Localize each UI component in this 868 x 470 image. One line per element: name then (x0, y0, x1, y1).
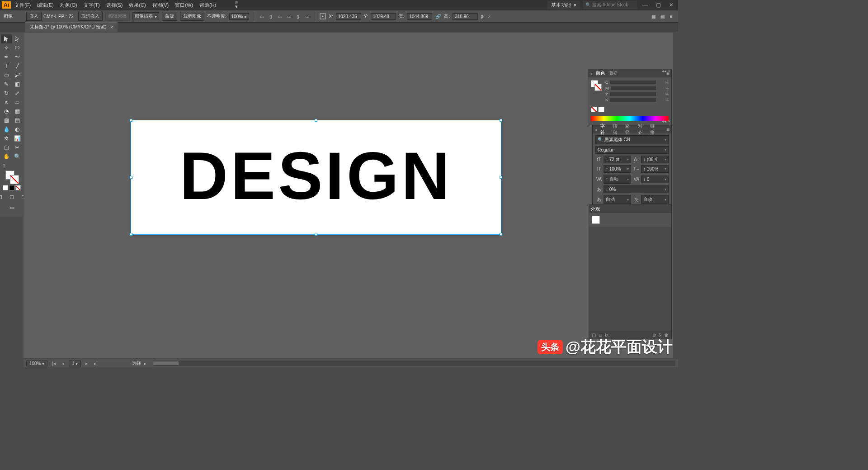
hscale-input[interactable]: ↕ 100%▾ (641, 165, 669, 173)
embed-button[interactable]: 嵌入 (26, 12, 42, 21)
next-artboard-icon[interactable]: ▸ (84, 361, 90, 366)
menu-type[interactable]: 文字(T) (81, 1, 103, 9)
none-mode-swatch[interactable] (15, 185, 21, 190)
menu-file[interactable]: 文件(F) (12, 1, 33, 9)
design-text-object[interactable]: DESIGN (179, 138, 452, 214)
sel-handle-w[interactable] (130, 176, 132, 179)
sel-handle-s[interactable] (315, 233, 317, 236)
draw-behind-icon[interactable]: ◻ (6, 192, 17, 201)
artboard-number-input[interactable]: 1 ▾ (69, 361, 81, 366)
tsume-input[interactable]: 自动▾ (604, 195, 631, 204)
unembed-button[interactable]: 取消嵌入 (78, 12, 103, 21)
paragraph-tab[interactable]: 段落 (613, 123, 622, 136)
graph-tool[interactable]: 📊 (12, 134, 23, 143)
font-size-input[interactable]: ↕ 72 pt▾ (604, 156, 631, 163)
document-tab[interactable]: 未标题-1* @ 100% (CMYK/GPU 预览) × (25, 22, 118, 32)
perspective-tool[interactable]: ▦ (12, 107, 23, 116)
char-close-icon[interactable]: × (668, 119, 670, 123)
appearance-tab[interactable]: 外观 (591, 206, 600, 212)
artboard-tool[interactable]: ▢ (1, 143, 12, 152)
image-trace-dropdown[interactable]: 图像描摹▾ (132, 12, 159, 20)
crop-button[interactable]: 裁剪图像 (180, 12, 204, 21)
width-tool[interactable]: ⎋ (1, 98, 12, 107)
magenta-slider[interactable]: M% (605, 86, 669, 90)
transform-ref-icon[interactable] (320, 13, 326, 19)
none-swatch[interactable] (591, 107, 597, 112)
align-top-icon[interactable]: ▭ (286, 13, 292, 19)
screen-mode-icon[interactable]: ▭ (6, 203, 17, 212)
window-close-icon[interactable]: ✕ (666, 2, 676, 8)
symbol-sprayer-tool[interactable]: ✲ (1, 134, 12, 143)
panel-menu-icon[interactable]: ≡ (668, 13, 675, 19)
first-artboard-icon[interactable]: |◂ (50, 361, 57, 366)
character-tab[interactable]: 字符 (600, 123, 609, 136)
prev-artboard-icon[interactable]: ◂ (60, 361, 66, 366)
lock-aspect-icon[interactable]: 🔗 (435, 13, 441, 19)
pen-tool[interactable]: ✒ (1, 52, 12, 62)
selection-tool[interactable] (1, 34, 12, 43)
font-family-dropdown[interactable]: 🔍 思源黑体 CN▾ (595, 135, 669, 144)
align-left-icon[interactable]: ▭ (259, 13, 265, 19)
panel-collapse-icon[interactable]: ◂◂ (662, 69, 666, 73)
links-tab[interactable]: 链接 (650, 123, 659, 136)
pencil-tool[interactable]: ✎ (1, 80, 12, 89)
workspace-dropdown[interactable]: 基本功能▾ (547, 1, 580, 9)
tracking-input[interactable]: ↕ 0▾ (641, 176, 669, 183)
char-collapse-icon[interactable]: ◂◂ (662, 119, 666, 123)
zoom-dropdown[interactable]: 100% ▾ (26, 361, 47, 366)
sel-handle-sw[interactable] (130, 233, 132, 236)
gradient-tab[interactable]: 渐变 (609, 70, 618, 76)
menu-view[interactable]: 视图(V) (150, 1, 172, 9)
aki-input[interactable]: 自动▾ (641, 195, 669, 204)
sel-handle-ne[interactable] (500, 119, 502, 122)
direct-selection-tool[interactable] (12, 34, 23, 43)
menu-window[interactable]: 窗口(W) (172, 1, 196, 9)
stock-icon[interactable]: St (226, 4, 231, 6)
char-panel-menu-icon[interactable]: ≡ (666, 126, 670, 133)
canvas-area[interactable]: DESIGN (24, 33, 673, 358)
stock-search[interactable]: 🔍 搜索 Adobe Stock (583, 1, 637, 9)
window-minimize-icon[interactable]: — (640, 2, 651, 8)
color-stroke-swatch[interactable] (594, 84, 602, 91)
cyan-slider[interactable]: C% (605, 80, 669, 85)
w-input[interactable] (407, 13, 432, 20)
hand-tool[interactable]: ✋ (1, 152, 12, 161)
panel-close-icon[interactable]: × (668, 69, 670, 73)
spectrum-picker[interactable] (591, 116, 669, 121)
vscale-input[interactable]: ↕ 100%▾ (604, 165, 631, 173)
leading-input[interactable]: ↕ (86.4▾ (641, 156, 669, 163)
align-tab[interactable]: 对齐 (638, 123, 647, 136)
magic-wand-tool[interactable]: ✧ (1, 43, 12, 52)
y-input[interactable] (371, 13, 396, 20)
zoom-tool[interactable]: 🔍 (12, 152, 23, 161)
color-tab[interactable]: 颜色 (596, 70, 605, 76)
sel-handle-e[interactable] (500, 176, 502, 179)
font-style-dropdown[interactable]: Regular▾ (595, 146, 669, 154)
free-transform-tool[interactable]: ▱ (12, 98, 23, 107)
line-tool[interactable]: ╱ (12, 62, 23, 71)
window-maximize-icon[interactable]: ▢ (653, 2, 664, 8)
shape-builder-tool[interactable]: ◔ (1, 107, 12, 116)
menu-edit[interactable]: 编辑(E) (34, 1, 57, 9)
paintbrush-tool[interactable]: 🖌 (12, 71, 23, 80)
gradient-tool[interactable]: ▤ (12, 116, 23, 125)
stroke-swatch[interactable] (10, 175, 19, 184)
opacity-input[interactable]: 100%▸ (229, 13, 250, 20)
arrange-docs-icon[interactable]: ▾ (232, 0, 241, 10)
appearance-list[interactable] (589, 227, 671, 331)
lasso-tool[interactable] (12, 43, 23, 52)
isolation-icon[interactable]: ▦ (650, 13, 656, 19)
gpu-icon[interactable] (241, 4, 247, 6)
sel-handle-n[interactable] (315, 119, 317, 122)
dock-icon[interactable]: ▤ (659, 13, 665, 19)
kerning-input[interactable]: ↕ 自动▾ (604, 175, 631, 184)
mesh-tool[interactable]: ▩ (1, 116, 12, 125)
rotate-tool[interactable]: ↻ (1, 89, 12, 98)
h-input[interactable] (453, 13, 478, 20)
color-mode-swatch[interactable] (3, 185, 8, 190)
x-input[interactable] (336, 13, 361, 20)
align-bottom-icon[interactable]: ▭ (304, 13, 310, 19)
black-slider[interactable]: K% (605, 98, 669, 102)
menu-effect[interactable]: 效果(C) (126, 1, 148, 9)
bridge-icon[interactable] (220, 4, 225, 6)
